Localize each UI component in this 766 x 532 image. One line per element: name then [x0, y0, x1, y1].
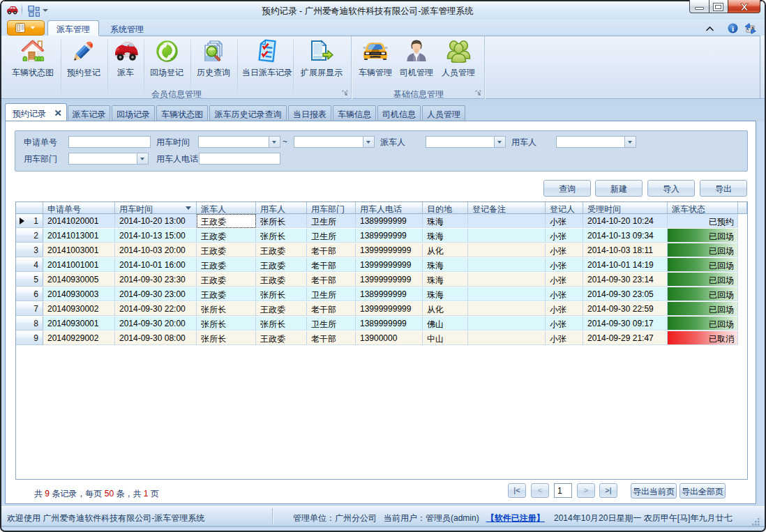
svg-text:i: i	[732, 24, 734, 33]
